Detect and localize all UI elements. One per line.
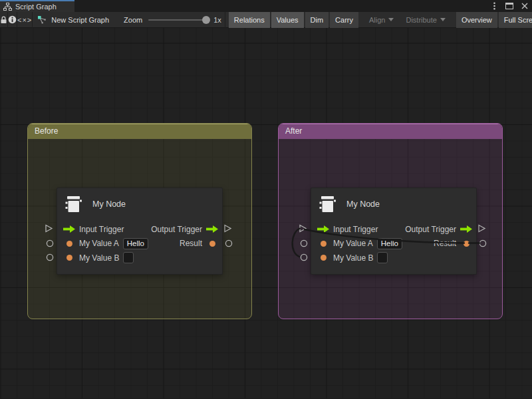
value-b-input[interactable] [123,252,134,263]
tab-bar: Script Graph [0,0,532,12]
group-before-header[interactable]: Before [28,124,251,139]
graph-input-trigger-port[interactable] [45,224,53,233]
my-node[interactable]: My Node Input Trigger Output Trigger [311,188,477,275]
align-button[interactable]: Align [364,12,399,28]
lock-button[interactable] [0,12,7,28]
graph-value-port[interactable] [300,253,308,261]
chevron-down-icon [388,18,394,21]
graph-output-trigger-port[interactable] [477,224,486,233]
circle-port-icon [479,239,487,247]
value-a-port[interactable] [63,241,75,247]
input-trigger-label: Input Trigger [79,225,124,234]
triangle-port-icon [223,224,232,233]
graph-toolbar: <×> New Script Graph Zoom 1x Relations V… [0,12,532,28]
exec-in-port[interactable] [63,225,75,233]
node-unit-before: My Node Input Trigger Output Trigger [42,188,236,275]
zoom-slider-handle[interactable] [202,16,210,24]
circle-port-icon [225,239,233,247]
result-port[interactable] [206,241,218,247]
circle-port-icon [46,253,54,261]
menu-dots-icon[interactable] [489,1,499,11]
exec-arrow-icon [317,225,329,233]
graph-result-port[interactable] [479,239,487,247]
graph-input-trigger-port[interactable] [299,224,307,233]
value-dot-icon [321,255,327,261]
distribute-button[interactable]: Distribute [400,12,450,28]
value-dot-icon [464,241,469,247]
value-b-label: My Value B [333,253,373,263]
tab-script-graph[interactable]: Script Graph [0,0,74,12]
graph-canvas[interactable]: Before After [0,28,532,398]
input-trigger-label: Input Trigger [333,225,378,234]
value-b-port[interactable] [63,255,75,261]
graph-result-port[interactable] [225,239,233,247]
value-dot-icon [66,241,72,247]
group-after-header[interactable]: After [279,124,502,139]
value-dot-icon [321,241,327,247]
unit-icon [318,194,338,215]
info-button[interactable] [8,12,17,28]
group-after-label: After [285,126,302,136]
value-b-input[interactable] [377,252,388,263]
value-b-row: My Value B [311,251,476,265]
graph-breadcrumb[interactable]: New Script Graph [33,12,116,28]
toolbar-buttons: Relations Values Dim Carry Align Distrib… [227,12,532,28]
relations-button[interactable]: Relations [229,12,270,28]
node-title: My Node [346,200,380,209]
exec-arrow-icon [206,225,218,233]
group-before-label: Before [35,126,58,136]
triangle-port-icon [45,224,53,233]
result-label: Result [180,239,202,248]
tab-title: Script Graph [15,3,57,11]
value-dot-icon [209,241,215,247]
circle-port-icon [300,253,308,261]
exec-in-port[interactable] [317,225,329,233]
graph-title: New Script Graph [51,16,109,24]
value-b-label: My Value B [79,253,119,263]
node-port-rows: Input Trigger Output Trigger My Value A … [311,220,476,265]
trigger-row: Input Trigger Output Trigger [311,222,476,237]
exec-out-port[interactable] [460,225,472,233]
circle-port-icon [46,239,54,247]
graph-output-trigger-port[interactable] [223,224,232,233]
value-dot-icon [66,255,72,261]
value-a-row: My Value A Hello Result [57,237,222,251]
lock-icon [0,16,7,24]
my-node[interactable]: My Node Input Trigger Output Trigger [57,188,223,275]
maximize-icon[interactable] [505,1,514,11]
carry-button[interactable]: Carry [330,12,358,28]
window-controls [489,0,529,12]
new-graph-icon [37,15,47,25]
close-icon[interactable] [520,1,529,11]
value-a-label: My Value A [79,239,119,248]
node-title: My Node [92,200,126,209]
zoom-slider[interactable] [148,19,207,21]
code-preview-button[interactable]: <×> [17,12,32,28]
value-b-row: My Value B [57,251,222,265]
zoom-label: Zoom [124,16,142,24]
values-button[interactable]: Values [271,12,304,28]
graph-hierarchy-icon [3,3,12,11]
exec-out-port[interactable] [206,225,218,233]
value-a-row: My Value A Hello Result [311,237,476,251]
info-icon [8,15,17,24]
value-a-input[interactable]: Hello [377,238,402,249]
node-unit-after: My Node Input Trigger Output Trigger [296,188,490,275]
graph-value-port[interactable] [46,253,54,261]
full-screen-button[interactable]: Full Screen [499,12,532,28]
dim-button[interactable]: Dim [305,12,329,28]
result-label: Result [434,239,456,248]
graph-value-port[interactable] [46,239,54,247]
exec-arrow-icon [460,225,472,233]
exec-arrow-icon [63,225,75,233]
output-trigger-label: Output Trigger [151,225,202,234]
value-b-port[interactable] [317,255,329,261]
trigger-row: Input Trigger Output Trigger [57,222,222,237]
value-a-port[interactable] [317,241,329,247]
value-a-input[interactable]: Hello [123,238,148,249]
graph-value-port[interactable] [300,239,308,247]
value-a-label: My Value A [333,239,373,248]
script-graph-window: Script Graph [0,0,532,399]
overview-button[interactable]: Overview [456,12,497,28]
result-port[interactable] [460,241,472,247]
